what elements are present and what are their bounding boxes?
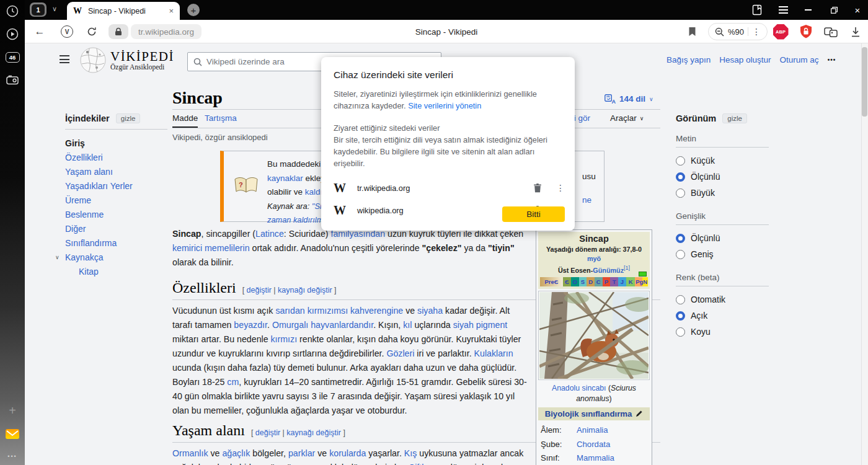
wikipedia-logo[interactable]	[79, 46, 107, 76]
language-icon: A	[604, 94, 616, 104]
toc-item-link[interactable]: Diğer	[65, 224, 86, 234]
radio-option[interactable]: Açık	[676, 308, 769, 324]
radio-icon[interactable]	[676, 188, 685, 198]
radio-option[interactable]: Otomatik	[676, 291, 769, 308]
window-page-title: Sincap - Vikipedi	[260, 20, 632, 43]
taxon-link[interactable]: Chordata	[577, 440, 610, 449]
toc-item: ∨ Kaynakça	[65, 250, 167, 264]
radio-option[interactable]: Ölçünlü	[676, 230, 769, 246]
radio-option[interactable]: Geniş	[676, 246, 769, 262]
radio-icon[interactable]	[676, 156, 685, 166]
login-link[interactable]: Oturum aç	[780, 55, 819, 64]
tab-close-icon[interactable]: ×	[169, 6, 174, 16]
tools-menu[interactable]: Araçlar ∨	[610, 113, 644, 123]
radio-icon[interactable]	[676, 327, 685, 337]
toc-item-link[interactable]: Özellikleri	[65, 153, 103, 162]
site-options-icon[interactable]: ⋮	[556, 183, 562, 193]
site-security-button[interactable]	[108, 24, 128, 39]
user-menu-ellipsis-icon[interactable]: •••	[828, 56, 836, 63]
address-bar: ← V tr.wikipedia.org Sincap - Vikipedi %…	[25, 20, 868, 43]
temporal-range-detail: Üst Eosen-Günümüz[1]	[539, 264, 649, 275]
browser-v-icon: V	[61, 25, 73, 38]
section-heading-ozellikleri: Özellikleri [ değiştir | kaynağı değişti…	[172, 280, 337, 296]
appearance-hide-button[interactable]: gizle	[722, 113, 747, 123]
toc-item-link[interactable]: Üreme	[65, 195, 91, 205]
create-account-link[interactable]: Hesap oluştur	[719, 55, 771, 64]
svg-text:?: ?	[239, 181, 243, 188]
yandex-mail-icon[interactable]	[0, 427, 25, 441]
reload-button[interactable]	[83, 20, 100, 43]
radio-icon[interactable]	[676, 295, 685, 304]
address-url[interactable]: tr.wikipedia.org	[131, 24, 202, 39]
toc-item-link[interactable]: Sınıflandırma	[65, 238, 117, 248]
sidebar-counter-badge[interactable]: 46	[0, 50, 25, 64]
radio-icon[interactable]	[676, 311, 685, 321]
language-count: 144 dil	[619, 94, 645, 104]
donate-link[interactable]: Bağış yapın	[666, 55, 711, 64]
toc-item-link[interactable]: Beslenme	[65, 210, 104, 219]
tab-talk[interactable]: Tartışma	[205, 113, 237, 123]
radio-option[interactable]: Büyük	[676, 185, 769, 201]
ambox-fragment-link[interactable]: ne	[582, 195, 591, 205]
svg-text:A: A	[612, 99, 616, 104]
protect-extension-icon[interactable]	[797, 20, 815, 43]
radio-icon[interactable]	[676, 234, 685, 243]
toc-item-link[interactable]: Yaşadıkları Yerler	[65, 181, 133, 191]
minimize-button[interactable]	[800, 4, 816, 16]
classification-header[interactable]: Biyolojik sınıflandırma	[538, 407, 650, 420]
site-data-row: W tr.wikipedia.org ⋮	[334, 177, 562, 199]
toc-item-link[interactable]: Kaynakça	[65, 252, 103, 262]
done-button[interactable]: Bitti	[502, 206, 565, 222]
radio-option[interactable]: Koyu	[676, 324, 769, 340]
radio-option[interactable]: Ölçünlü	[676, 169, 769, 185]
toc-item-link[interactable]: Yaşam alanı	[65, 167, 113, 177]
scrollbar-thumb[interactable]	[862, 47, 867, 117]
abp-extension-icon[interactable]: ABP	[772, 20, 789, 43]
back-button[interactable]: ←	[31, 20, 48, 43]
language-selector[interactable]: A 144 dil ∨	[604, 94, 653, 104]
tab-list-chevron-icon[interactable]: ∨	[52, 5, 57, 13]
window-close-button[interactable]: ×	[849, 4, 866, 16]
address-menu-icon[interactable]: ⋮	[752, 27, 761, 37]
toc-item-link[interactable]: Kitap	[79, 267, 99, 277]
new-tab-button[interactable]: +	[187, 4, 200, 16]
classification-rows: Âlem: Animalia Şube: Chordata Sınıf: Mam…	[538, 420, 650, 465]
edit-links[interactable]: [ değiştir | kaynağı değiştir ]	[251, 428, 345, 437]
taxon-link[interactable]: Animalia	[577, 425, 608, 435]
page-scrollbar[interactable]	[861, 43, 868, 465]
manage-site-data-link[interactable]: Site verilerini yönetin	[408, 101, 481, 110]
radio-icon[interactable]	[676, 250, 685, 259]
panels-icon[interactable]	[749, 4, 765, 16]
video-panel-icon[interactable]	[0, 27, 25, 42]
passwords-extension-icon[interactable]	[822, 20, 839, 43]
menu-icon[interactable]	[775, 4, 791, 16]
downloads-icon[interactable]	[847, 20, 864, 43]
sidebar-overflow-icon[interactable]: •••	[0, 449, 25, 464]
edit-links[interactable]: [ değiştir | kaynağı değiştir ]	[242, 286, 337, 294]
active-tab[interactable]: W Sincap - Vikipedi ×	[67, 2, 180, 20]
taxon-link[interactable]: Mammalia	[577, 453, 614, 463]
page-title: Sincap	[172, 88, 223, 108]
squirrel-photo[interactable]	[538, 291, 650, 380]
restore-button[interactable]	[826, 4, 842, 16]
toc-item-link[interactable]: Giriş	[65, 138, 85, 148]
taxobox-header: Sincap Yaşadığı dönem aralığı: 37,8-0 my…	[538, 232, 650, 289]
toc-hide-button[interactable]: gizle	[116, 113, 141, 123]
history-icon[interactable]	[0, 4, 25, 19]
geologic-period-segment: PreЄ	[540, 277, 563, 286]
add-panel-button[interactable]: +	[0, 403, 25, 418]
bookmark-icon[interactable]	[683, 20, 701, 43]
main-menu-icon[interactable]	[60, 55, 69, 63]
browser-window: 46 + ••• 1 ∨ W Sincap - Vikipedi × +	[0, 0, 868, 465]
screenshot-icon[interactable]	[0, 73, 25, 87]
wikipedia-wordmark[interactable]: VİKİPEDİ Özgür Ansiklopedi	[110, 50, 174, 71]
zoom-indicator[interactable]: %90 ⋮	[708, 23, 768, 40]
radio-option[interactable]: Küçük	[676, 153, 769, 169]
delete-site-data-icon[interactable]	[533, 183, 542, 193]
color-label: Renk (beta)	[676, 273, 769, 282]
toc-expand-icon[interactable]: ∨	[55, 254, 65, 260]
tab-article[interactable]: Madde	[172, 113, 198, 128]
browser-logo-button[interactable]: V	[58, 20, 76, 43]
radio-icon[interactable]	[676, 172, 685, 182]
tab-counter[interactable]: 1	[30, 2, 46, 17]
